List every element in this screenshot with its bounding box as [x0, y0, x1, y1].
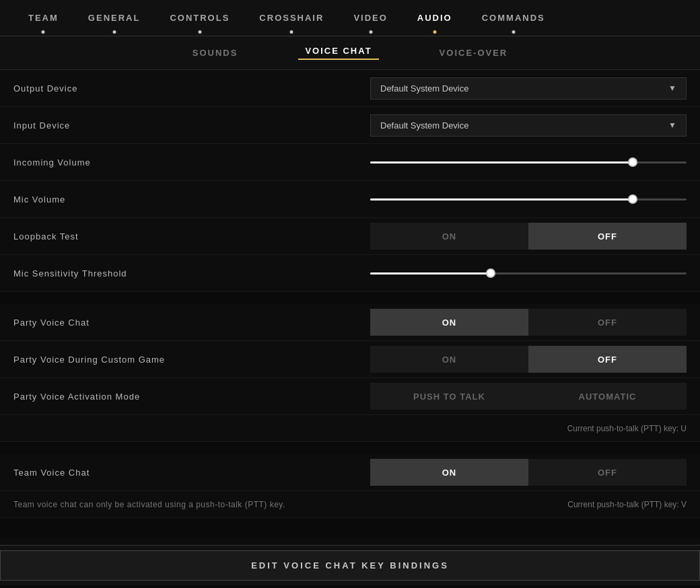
team-voice-toggle-group: On Off: [370, 459, 687, 486]
party-voice-custom-off-button[interactable]: Off: [528, 346, 687, 373]
party-voice-toggle-group: On Off: [370, 309, 687, 336]
loopback-test-label: Loopback Test: [13, 231, 370, 242]
incoming-volume-slider[interactable]: [370, 155, 687, 169]
nav-general[interactable]: GENERAL: [73, 0, 155, 36]
party-voice-chat-control: On Off: [370, 309, 687, 336]
party-voice-custom-label: Party Voice During Custom Game: [13, 355, 370, 365]
nav-team[interactable]: TEAM: [13, 0, 73, 36]
party-voice-off-button[interactable]: Off: [528, 309, 687, 336]
mic-volume-fill: [370, 198, 633, 200]
nav-crosshair[interactable]: CROSSHAIR: [244, 0, 339, 36]
team-voice-chat-row: Team Voice Chat On Off: [0, 454, 700, 491]
loopback-test-row: Loopback Test On Off: [0, 218, 700, 255]
input-device-value: Default System Device: [380, 120, 469, 131]
output-device-arrow-icon: ▼: [668, 83, 676, 93]
mic-volume-label: Mic Volume: [13, 194, 370, 205]
settings-content: Output Device Default System Device ▼ In…: [0, 70, 700, 585]
mic-sensitivity-row: Mic Sensitivity Threshold: [0, 255, 700, 292]
party-voice-chat-row: Party Voice Chat On Off: [0, 304, 700, 341]
mic-volume-track: [370, 198, 687, 200]
incoming-volume-track: [370, 161, 687, 163]
mic-volume-thumb: [628, 194, 637, 204]
ptt-key-team-text: Current push-to-talk (PTT) key: V: [567, 500, 687, 509]
input-device-arrow-icon: ▼: [668, 120, 676, 130]
nav-video[interactable]: VIDEO: [339, 0, 402, 36]
mic-volume-row: Mic Volume: [0, 181, 700, 218]
team-voice-on-button[interactable]: On: [370, 459, 528, 486]
team-voice-info-row: Team voice chat can only be activated us…: [0, 491, 700, 518]
loopback-on-button[interactable]: On: [370, 223, 528, 250]
nav-commands[interactable]: COMMANDS: [467, 0, 560, 36]
edit-button-container: EDIT VOICE CHAT KEY BINDINGS: [0, 545, 700, 585]
party-voice-automatic-button[interactable]: Automatic: [528, 383, 687, 410]
nav-audio[interactable]: AUDIO: [403, 0, 467, 36]
output-device-row: Output Device Default System Device ▼: [0, 70, 700, 107]
party-voice-custom-toggle-group: On Off: [370, 346, 687, 373]
party-voice-activation-label: Party Voice Activation Mode: [13, 392, 370, 402]
mic-sensitivity-control: [370, 266, 687, 280]
mic-sensitivity-label: Mic Sensitivity Threshold: [13, 268, 370, 279]
party-voice-on-button[interactable]: On: [370, 309, 528, 336]
loopback-toggle-group: On Off: [370, 223, 687, 250]
mic-sensitivity-track: [370, 272, 687, 274]
subnav-voice-over[interactable]: VOICE-OVER: [433, 48, 515, 58]
incoming-volume-thumb: [628, 157, 637, 167]
output-device-value: Default System Device: [380, 83, 469, 94]
sub-navigation: SOUNDS VOICE CHAT VOICE-OVER: [0, 36, 700, 70]
party-voice-chat-label: Party Voice Chat: [13, 318, 370, 328]
input-device-control: Default System Device ▼: [370, 114, 687, 137]
nav-video-dot: [369, 30, 372, 34]
loopback-off-button[interactable]: Off: [528, 223, 687, 250]
team-voice-chat-label: Team Voice Chat: [13, 468, 370, 478]
bottom-spacer: [0, 518, 700, 538]
ptt-key-party-row: Current push-to-talk (PTT) key: U: [0, 415, 700, 442]
incoming-volume-fill: [370, 161, 633, 163]
nav-controls[interactable]: CONTROLS: [155, 0, 244, 36]
subnav-voice-chat[interactable]: VOICE CHAT: [298, 46, 378, 60]
nav-team-dot: [42, 30, 45, 34]
mic-volume-slider[interactable]: [370, 192, 687, 206]
party-voice-activation-control: Push to Talk Automatic: [370, 383, 687, 410]
section-divider-2: [0, 442, 700, 454]
party-voice-custom-on-button[interactable]: On: [370, 346, 528, 373]
nav-audio-dot: [433, 30, 436, 34]
team-voice-off-button[interactable]: Off: [528, 459, 687, 486]
party-voice-activation-row: Party Voice Activation Mode Push to Talk…: [0, 378, 700, 415]
incoming-volume-control: [370, 155, 687, 169]
nav-crosshair-dot: [290, 30, 293, 34]
party-voice-push-to-talk-button[interactable]: Push to Talk: [370, 383, 528, 410]
mic-volume-control: [370, 192, 687, 206]
section-divider-1: [0, 292, 700, 304]
nav-controls-dot: [198, 30, 201, 34]
team-voice-chat-control: On Off: [370, 459, 687, 486]
party-voice-custom-row: Party Voice During Custom Game On Off: [0, 341, 700, 378]
nav-commands-dot: [512, 30, 515, 34]
output-device-dropdown[interactable]: Default System Device ▼: [370, 77, 687, 100]
output-device-label: Output Device: [13, 83, 370, 94]
input-device-row: Input Device Default System Device ▼: [0, 107, 700, 144]
input-device-dropdown[interactable]: Default System Device ▼: [370, 114, 687, 137]
mic-sensitivity-slider[interactable]: [370, 266, 687, 280]
top-navigation: TEAM GENERAL CONTROLS CROSSHAIR VIDEO AU…: [0, 0, 700, 36]
team-voice-info-text: Team voice chat can only be activated us…: [13, 500, 285, 509]
edit-voice-chat-key-bindings-button[interactable]: EDIT VOICE CHAT KEY BINDINGS: [0, 550, 700, 581]
mic-sensitivity-thumb: [486, 268, 495, 278]
ptt-key-party-text: Current push-to-talk (PTT) key: U: [567, 424, 687, 433]
party-voice-activation-toggle-group: Push to Talk Automatic: [370, 383, 687, 410]
party-voice-custom-control: On Off: [370, 346, 687, 373]
subnav-sounds[interactable]: SOUNDS: [186, 48, 245, 58]
loopback-test-control: On Off: [370, 223, 687, 250]
input-device-label: Input Device: [13, 120, 370, 131]
output-device-control: Default System Device ▼: [370, 77, 687, 100]
incoming-volume-label: Incoming Volume: [13, 157, 370, 168]
nav-general-dot: [112, 30, 116, 34]
mic-sensitivity-fill: [370, 272, 491, 274]
incoming-volume-row: Incoming Volume: [0, 144, 700, 181]
